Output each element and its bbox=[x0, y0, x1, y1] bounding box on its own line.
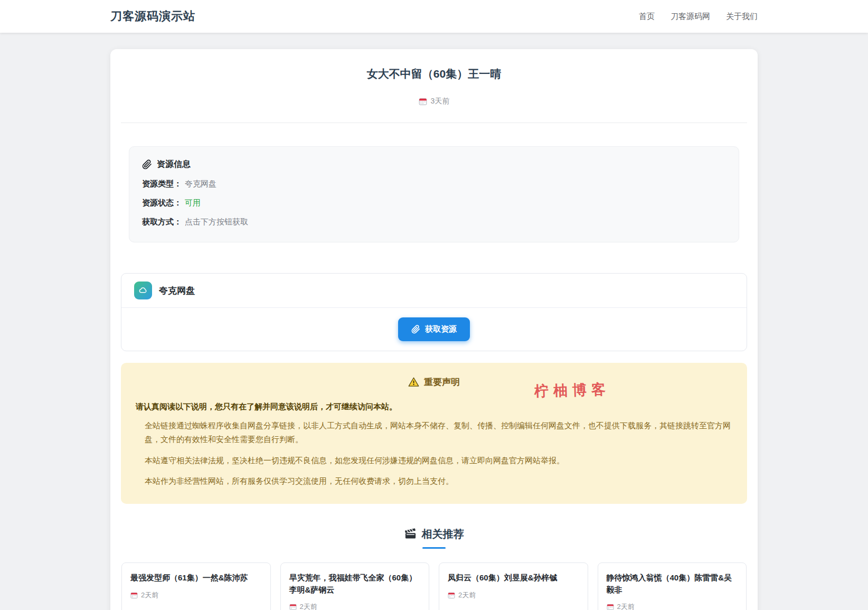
quark-cloud-icon bbox=[134, 281, 152, 299]
recommendations-grid: 最强发型师（61集）一然&陈沛苏 2天前 旱灾荒年，我福娃带飞全家（60集）李明… bbox=[121, 562, 747, 610]
site-logo-title[interactable]: 刀客源码演示站 bbox=[110, 8, 195, 24]
paperclip-icon bbox=[142, 159, 152, 170]
site-header: 刀客源码演示站 首页 刀客源码网 关于我们 bbox=[0, 0, 868, 33]
calendar-icon bbox=[130, 592, 138, 599]
header-container: 刀客源码演示站 首页 刀客源码网 关于我们 bbox=[110, 0, 758, 33]
recommendations-heading: 相关推荐 bbox=[121, 527, 747, 541]
notice-paragraph: 本站作为非经营性网站，所有服务仅供学习交流使用，无任何收费请求，切勿上当支付。 bbox=[145, 474, 732, 488]
clapperboard-icon bbox=[404, 528, 417, 540]
recommendation-date: 2天前 bbox=[130, 590, 262, 600]
recommendations-heading-label: 相关推荐 bbox=[422, 527, 464, 541]
post-title: 女大不中留（60集）王一晴 bbox=[121, 67, 747, 81]
recommendation-date-text: 2天前 bbox=[141, 590, 158, 600]
resource-info-heading-label: 资源信息 bbox=[157, 159, 191, 170]
calendar-icon bbox=[419, 97, 427, 106]
paperclip-icon bbox=[411, 325, 420, 334]
recommendation-date-text: 2天前 bbox=[300, 602, 317, 610]
notice-heading-label: 重要声明 bbox=[424, 376, 460, 388]
resource-info-box: 资源信息 资源类型：夸克网盘 资源状态：可用 获取方式：点击下方按钮获取 bbox=[129, 146, 739, 242]
resource-row-status: 资源状态：可用 bbox=[142, 198, 726, 208]
notice-paragraph: 本站遵守相关法律法规，坚决杜绝一切违规不良信息，如您发现任何涉嫌违规的网盘信息，… bbox=[145, 454, 732, 467]
resource-row-type: 资源类型：夸克网盘 bbox=[142, 179, 726, 189]
recommendation-card[interactable]: 凤归云（60集）刘昱展&孙梓铖 2天前 bbox=[439, 562, 588, 610]
calendar-icon bbox=[289, 603, 297, 610]
recommendation-date: 2天前 bbox=[448, 590, 579, 600]
heading-accent-underline bbox=[422, 547, 446, 549]
download-card: 夸克网盘 获取资源 bbox=[121, 273, 747, 351]
recommendation-date-text: 2天前 bbox=[458, 590, 476, 600]
get-resource-button[interactable]: 获取资源 bbox=[398, 317, 470, 341]
recommendation-date: 2天前 bbox=[289, 602, 421, 610]
recommendations-section: 相关推荐 最强发型师（61集）一然&陈沛苏 2天前 bbox=[121, 527, 747, 610]
resource-row-method: 获取方式：点击下方按钮获取 bbox=[142, 217, 726, 227]
notice-heading: 重要声明 bbox=[136, 376, 732, 388]
recommendation-date: 2天前 bbox=[607, 602, 738, 610]
warning-triangle-icon bbox=[408, 377, 419, 388]
top-nav: 首页 刀客源码网 关于我们 bbox=[639, 12, 758, 22]
post-card: 女大不中留（60集）王一晴 3天前 资源信息 资源类型：夸克网盘 资源状态：可用 bbox=[110, 49, 758, 610]
recommendation-title: 凤归云（60集）刘昱展&孙梓铖 bbox=[448, 572, 579, 584]
get-resource-button-label: 获取资源 bbox=[425, 324, 457, 334]
recommendation-title: 旱灾荒年，我福娃带飞全家（60集）李明&萨钢云 bbox=[289, 572, 421, 596]
calendar-icon bbox=[448, 592, 455, 599]
blog-watermark: 柠柚博客 bbox=[534, 380, 610, 401]
resource-method-label: 获取方式： bbox=[142, 217, 182, 226]
notice-paragraph: 全站链接通过蜘蛛程序收集自网盘分享链接，以非人工方式自动生成，网站本身不储存、复… bbox=[145, 419, 732, 447]
calendar-icon bbox=[607, 603, 614, 610]
recommendation-title: 最强发型师（61集）一然&陈沛苏 bbox=[130, 572, 262, 584]
nav-link-home[interactable]: 首页 bbox=[639, 12, 655, 22]
resource-method-value: 点击下方按钮获取 bbox=[185, 217, 248, 226]
resource-type-value: 夸克网盘 bbox=[185, 179, 216, 188]
recommendation-card[interactable]: 静待惊鸿入翁慌（40集）陈雷雷&吴毅非 2天前 bbox=[598, 562, 747, 610]
post-meta: 3天前 bbox=[121, 97, 747, 106]
download-card-body: 获取资源 bbox=[121, 308, 747, 351]
notice-intro: 请认真阅读以下说明，您只有在了解并同意该说明后，才可继续访问本站。 bbox=[136, 402, 732, 412]
post-divider bbox=[121, 123, 747, 123]
resource-type-label: 资源类型： bbox=[142, 179, 182, 188]
resource-status-label: 资源状态： bbox=[142, 198, 182, 207]
nav-link-about[interactable]: 关于我们 bbox=[726, 12, 758, 22]
post-date: 3天前 bbox=[431, 97, 450, 106]
recommendation-title: 静待惊鸿入翁慌（40集）陈雷雷&吴毅非 bbox=[607, 572, 738, 596]
recommendation-date-text: 2天前 bbox=[617, 602, 635, 610]
nav-link-source-site[interactable]: 刀客源码网 bbox=[671, 12, 710, 22]
provider-name: 夸克网盘 bbox=[159, 285, 195, 297]
resource-status-value: 可用 bbox=[185, 198, 201, 207]
recommendation-card[interactable]: 旱灾荒年，我福娃带飞全家（60集）李明&萨钢云 2天前 bbox=[280, 562, 430, 610]
important-notice-box: 重要声明 柠柚博客 请认真阅读以下说明，您只有在了解并同意该说明后，才可继续访问… bbox=[121, 363, 747, 504]
download-card-header: 夸克网盘 bbox=[121, 274, 747, 307]
recommendation-card[interactable]: 最强发型师（61集）一然&陈沛苏 2天前 bbox=[121, 562, 271, 610]
resource-info-heading: 资源信息 bbox=[142, 159, 726, 170]
